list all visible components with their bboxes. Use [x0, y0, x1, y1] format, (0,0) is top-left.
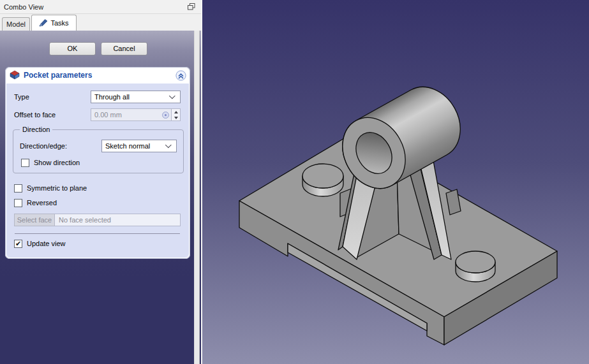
face-field[interactable]: No face selected — [55, 214, 181, 226]
symmetric-checkbox[interactable]: Symmetric to plane — [14, 184, 181, 193]
spin-down-icon[interactable] — [172, 115, 180, 120]
boss-right-top — [456, 251, 495, 273]
tab-tasks[interactable]: Tasks — [31, 15, 77, 31]
update-view-label: Update view — [27, 240, 66, 247]
reversed-label: Reversed — [27, 199, 57, 207]
dock-title: Combo View — [4, 3, 43, 11]
float-window-icon[interactable] — [188, 3, 195, 10]
offset-spinbox: 0.00 mm — [91, 108, 181, 121]
type-dropdown[interactable]: Through all — [91, 91, 181, 103]
ok-button[interactable]: OK — [49, 42, 96, 55]
reversed-checkbox[interactable]: Reversed — [14, 198, 181, 207]
symmetric-label: Symmetric to plane — [27, 184, 87, 192]
checkbox-unchecked[interactable] — [21, 159, 29, 167]
offset-input[interactable]: 0.00 mm — [91, 108, 172, 121]
freecad-window: Combo View Model Tasks — [0, 0, 589, 364]
pocket-icon — [10, 69, 20, 81]
expression-icon[interactable] — [162, 112, 169, 119]
direction-edge-label: Direction/edge: — [20, 142, 101, 150]
panel-body: Type Through all Offset to face 0.00 mm — [6, 84, 189, 258]
checkbox-unchecked[interactable] — [14, 199, 22, 207]
cancel-button[interactable]: Cancel — [101, 42, 147, 55]
separator — [15, 233, 180, 234]
task-actions: OK Cancel — [0, 42, 191, 55]
combo-view-dock: Combo View Model Tasks — [0, 0, 201, 364]
offset-value: 0.00 mm — [94, 111, 162, 119]
pocket-parameters-panel: Pocket parameters Type Through all — [5, 67, 190, 259]
tasks-pane: OK Cancel Pocket parameters — [0, 31, 201, 364]
direction-group: Direction Direction/edge: Sketch normal … — [13, 129, 184, 173]
direction-edge-value: Sketch normal — [105, 142, 167, 150]
3d-viewport[interactable] — [201, 0, 589, 364]
collapse-panel-icon[interactable] — [175, 70, 186, 81]
offset-label: Offset to face — [14, 111, 91, 119]
spin-up-icon[interactable] — [172, 109, 180, 115]
type-value: Through all — [94, 93, 170, 101]
pen-icon — [39, 18, 48, 28]
tab-tasks-label: Tasks — [50, 19, 68, 27]
checkbox-unchecked[interactable] — [14, 184, 22, 193]
offset-row: Offset to face 0.00 mm — [14, 108, 181, 121]
tab-model-label: Model — [6, 20, 26, 28]
select-face-row: Select face No face selected — [14, 214, 181, 226]
tab-model[interactable]: Model — [2, 17, 30, 31]
checkbox-checked[interactable]: ✔ — [14, 240, 22, 248]
direction-group-title: Direction — [20, 126, 52, 133]
dock-titlebar: Combo View — [0, 0, 201, 14]
panel-title: Pocket parameters — [24, 71, 175, 80]
direction-edge-dropdown[interactable]: Sketch normal — [101, 140, 177, 152]
offset-spinner — [172, 108, 181, 121]
3d-part-bracket — [202, 0, 589, 364]
type-row: Type Through all — [14, 91, 181, 103]
show-direction-label: Show direction — [34, 159, 80, 166]
direction-edge-row: Direction/edge: Sketch normal — [20, 140, 177, 152]
type-label: Type — [14, 93, 91, 101]
checkmark-icon: ✔ — [15, 240, 21, 247]
show-direction-checkbox[interactable]: Show direction — [21, 158, 177, 167]
boss-left-top — [302, 164, 343, 188]
panel-header: Pocket parameters — [5, 67, 190, 84]
tab-bar: Model Tasks — [0, 14, 201, 31]
scrollbar-track[interactable] — [194, 31, 200, 364]
update-view-checkbox[interactable]: ✔ Update view — [14, 239, 181, 248]
select-face-button[interactable]: Select face — [14, 214, 55, 226]
